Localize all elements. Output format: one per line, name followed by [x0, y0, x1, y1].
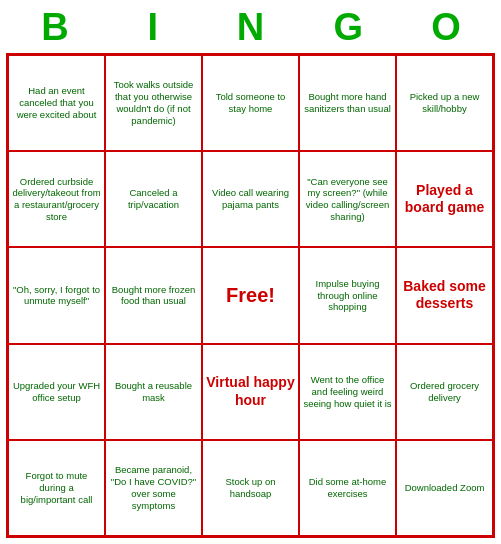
bingo-cell-0[interactable]: Had an event canceled that you were exci… [8, 55, 105, 151]
bingo-cell-16[interactable]: Bought a reusable mask [105, 344, 202, 440]
bingo-cell-19[interactable]: Ordered grocery delivery [396, 344, 493, 440]
bingo-cell-3[interactable]: Bought more hand sanitizers than usual [299, 55, 396, 151]
bingo-cell-18[interactable]: Went to the office and feeling weird see… [299, 344, 396, 440]
bingo-cell-10[interactable]: "Oh, sorry, I forgot to unmute myself" [8, 247, 105, 343]
letter-n: N [206, 6, 294, 49]
bingo-cell-5[interactable]: Ordered curbside delivery/takeout from a… [8, 151, 105, 247]
bingo-cell-6[interactable]: Canceled a trip/vacation [105, 151, 202, 247]
bingo-cell-11[interactable]: Bought more frozen food than usual [105, 247, 202, 343]
bingo-cell-2[interactable]: Told someone to stay home [202, 55, 299, 151]
letter-g: G [304, 6, 392, 49]
bingo-cell-9[interactable]: Played a board game [396, 151, 493, 247]
letter-i: I [109, 6, 197, 49]
bingo-cell-12[interactable]: Free! [202, 247, 299, 343]
bingo-cell-1[interactable]: Took walks outside that you otherwise wo… [105, 55, 202, 151]
bingo-cell-15[interactable]: Upgraded your WFH office setup [8, 344, 105, 440]
letter-o: O [402, 6, 490, 49]
bingo-cell-24[interactable]: Downloaded Zoom [396, 440, 493, 536]
bingo-grid: Had an event canceled that you were exci… [6, 53, 495, 538]
bingo-cell-8[interactable]: "Can everyone see my screen?" (while vid… [299, 151, 396, 247]
bingo-cell-23[interactable]: Did some at-home exercises [299, 440, 396, 536]
bingo-cell-4[interactable]: Picked up a new skill/hobby [396, 55, 493, 151]
bingo-title: B I N G O [6, 6, 495, 49]
bingo-cell-17[interactable]: Virtual happy hour [202, 344, 299, 440]
bingo-cell-22[interactable]: Stock up on handsoap [202, 440, 299, 536]
letter-b: B [11, 6, 99, 49]
bingo-cell-14[interactable]: Baked some desserts [396, 247, 493, 343]
bingo-cell-20[interactable]: Forgot to mute during a big/important ca… [8, 440, 105, 536]
bingo-cell-21[interactable]: Became paranoid, "Do I have COVID?" over… [105, 440, 202, 536]
bingo-cell-7[interactable]: Video call wearing pajama pants [202, 151, 299, 247]
bingo-cell-13[interactable]: Impulse buying through online shopping [299, 247, 396, 343]
